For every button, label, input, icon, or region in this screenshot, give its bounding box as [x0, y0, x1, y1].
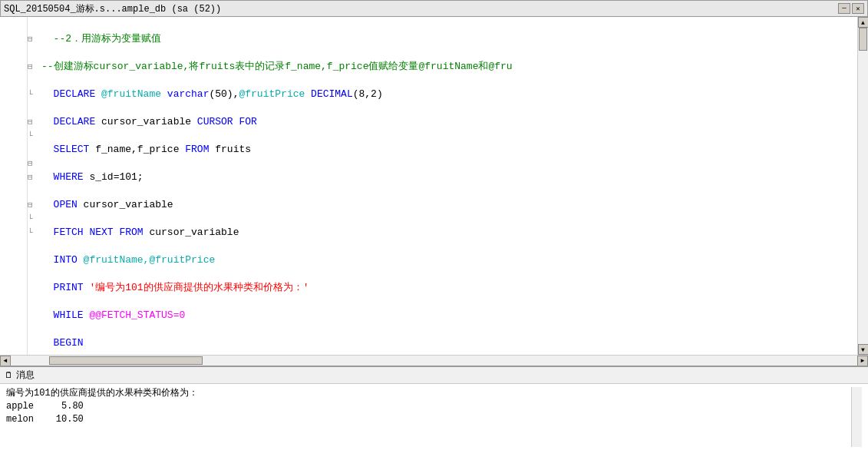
- output-header: 🗒 消息: [0, 367, 868, 384]
- scroll-track[interactable]: [858, 28, 868, 344]
- line-numbers: [0, 17, 28, 355]
- output-panel: 🗒 消息 编号为101的供应商提供的水果种类和价格为： apple 5.80 m…: [0, 366, 868, 450]
- fold-column: ⊟ ⊟ └ ⊟ └ ⊟ ⊟ ⊟ └ └: [28, 17, 38, 355]
- output-text: 编号为101的供应商提供的水果种类和价格为： apple 5.80 melon …: [6, 387, 851, 447]
- close-button[interactable]: ✕: [852, 3, 864, 14]
- editor-container: ⊟ ⊟ └ ⊟ └ ⊟ ⊟ ⊟ └ └ --2．用: [0, 17, 868, 450]
- horizontal-scrollbar[interactable]: ◄ ►: [0, 355, 868, 366]
- h-scroll-thumb[interactable]: [49, 356, 203, 365]
- window-controls: ─ ✕: [838, 3, 864, 14]
- scroll-right-button[interactable]: ►: [857, 356, 868, 366]
- vertical-scrollbar[interactable]: ▲ ▼: [857, 17, 868, 355]
- output-scrollbar[interactable]: [851, 387, 862, 447]
- scroll-thumb[interactable]: [859, 28, 867, 51]
- code-area: ⊟ ⊟ └ ⊟ └ ⊟ ⊟ ⊟ └ └ --2．用: [0, 17, 868, 366]
- title-bar: SQL_20150504_游标.s...ample_db (sa (52)) ─…: [0, 0, 868, 17]
- code-editor[interactable]: ⊟ ⊟ └ ⊟ └ ⊟ ⊟ ⊟ └ └ --2．用: [0, 17, 868, 355]
- code-content: --2．用游标为变量赋值 --创建游标cursor_variable,将frui…: [38, 17, 857, 355]
- output-icon: 🗒: [5, 370, 13, 380]
- code-content-wrapper[interactable]: --2．用游标为变量赋值 --创建游标cursor_variable,将frui…: [38, 17, 857, 355]
- scroll-up-button[interactable]: ▲: [858, 17, 869, 28]
- title-text: SQL_20150504_游标.s...ample_db (sa (52)): [4, 2, 838, 15]
- scroll-left-button[interactable]: ◄: [0, 356, 11, 366]
- h-scroll-track[interactable]: [11, 356, 857, 366]
- minimize-button[interactable]: ─: [838, 3, 850, 14]
- output-header-text: 消息: [16, 369, 35, 382]
- output-content: 编号为101的供应商提供的水果种类和价格为： apple 5.80 melon …: [0, 384, 868, 450]
- scroll-down-button[interactable]: ▼: [858, 344, 869, 355]
